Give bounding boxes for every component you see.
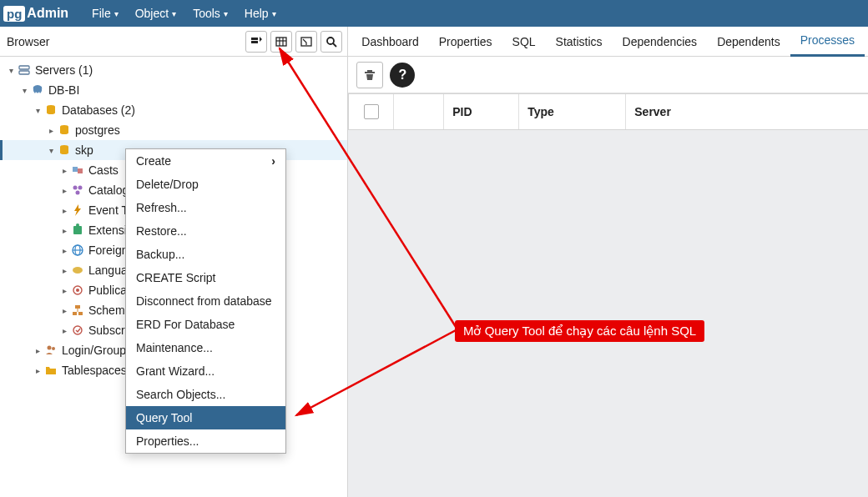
- col-server[interactable]: Server: [626, 94, 868, 129]
- globe-icon: [70, 243, 85, 258]
- casts-icon: [70, 163, 85, 178]
- ctx-label: Search Objects...: [136, 388, 225, 401]
- chevron-right-icon[interactable]: ▸: [60, 166, 68, 175]
- svg-line-6: [333, 43, 336, 47]
- ctx-label: CREATE Script: [136, 271, 215, 284]
- database-icon: [57, 143, 72, 158]
- svg-point-24: [76, 289, 79, 292]
- processes-empty: [348, 130, 868, 497]
- help-button[interactable]: ?: [390, 63, 415, 88]
- ctx-item-create[interactable]: Create›: [126, 149, 285, 173]
- tree-label: Tablespaces: [62, 364, 127, 377]
- svg-rect-26: [73, 312, 77, 315]
- col-type[interactable]: Type: [519, 94, 626, 129]
- tree-label: Casts: [88, 163, 119, 177]
- ctx-item-restore[interactable]: Restore...: [126, 219, 285, 243]
- chevron-right-icon[interactable]: ▸: [60, 286, 68, 295]
- tab-properties[interactable]: Properties: [429, 27, 502, 57]
- tree-label: Servers (1): [35, 63, 93, 77]
- ctx-item-maintenance[interactable]: Maintenance...: [126, 336, 285, 359]
- delete-button[interactable]: [356, 62, 383, 88]
- ctx-item-search-objects[interactable]: Search Objects...: [126, 383, 285, 406]
- ctx-item-erd-for-database[interactable]: ERD For Database: [126, 313, 285, 336]
- tab-processes[interactable]: Processes: [790, 27, 865, 57]
- ctx-item-refresh[interactable]: Refresh...: [126, 196, 285, 219]
- context-menu: Create›Delete/DropRefresh...Restore...Ba…: [125, 148, 286, 454]
- chevron-right-icon[interactable]: ▸: [60, 326, 68, 335]
- ctx-item-query-tool[interactable]: Query Tool: [126, 406, 285, 429]
- servers-icon: [17, 63, 32, 78]
- chevron-right-icon[interactable]: ▸: [60, 186, 68, 195]
- tree-label: postgres: [75, 123, 120, 137]
- svg-point-31: [52, 347, 55, 350]
- chevron-down-icon: ▾: [114, 9, 119, 18]
- ctx-item-create-script[interactable]: CREATE Script: [126, 266, 285, 289]
- tab-dependents[interactable]: Dependents: [707, 27, 790, 57]
- filter-rows-icon-button[interactable]: [295, 31, 317, 53]
- tab-dashboard[interactable]: Dashboard: [351, 27, 429, 57]
- tree-label: Databases (2): [62, 103, 135, 117]
- tree-db-bi[interactable]: ▾ DB-BI: [0, 80, 347, 100]
- chevron-down-icon: ▾: [224, 9, 228, 18]
- ctx-item-delete-drop[interactable]: Delete/Drop: [126, 173, 285, 196]
- chevron-right-icon[interactable]: ▸: [33, 366, 42, 375]
- chevron-down-icon[interactable]: ▾: [47, 146, 55, 155]
- tree-databases[interactable]: ▾ Databases (2): [0, 100, 347, 120]
- chevron-down-icon[interactable]: ▾: [20, 86, 28, 95]
- menu-tools[interactable]: Tools▾: [184, 7, 236, 20]
- ctx-label: Disconnect from database: [136, 294, 272, 308]
- svg-point-16: [76, 191, 80, 195]
- menu-file[interactable]: File▾: [83, 7, 127, 20]
- ctx-label: Restore...: [136, 224, 187, 238]
- schema-icon: [70, 303, 85, 318]
- svg-rect-12: [73, 167, 78, 172]
- svg-point-14: [73, 186, 78, 190]
- chevron-right-icon[interactable]: ▸: [33, 346, 42, 355]
- search-objects-icon-button[interactable]: [320, 31, 342, 53]
- ctx-item-properties[interactable]: Properties...: [126, 429, 285, 453]
- tab-sql[interactable]: SQL: [502, 27, 546, 57]
- tree-postgres[interactable]: ▸ postgres: [0, 120, 347, 140]
- select-all-checkbox[interactable]: [364, 104, 379, 119]
- folder-icon: [43, 363, 58, 378]
- menu-object[interactable]: Object▾: [127, 7, 184, 20]
- chevron-right-icon[interactable]: ▸: [60, 266, 68, 275]
- chevron-right-icon[interactable]: ▸: [60, 246, 68, 255]
- ctx-item-grant-wizard[interactable]: Grant Wizard...: [126, 359, 285, 383]
- tree-servers[interactable]: ▾ Servers (1): [0, 60, 347, 80]
- svg-rect-7: [19, 66, 29, 69]
- col-pid[interactable]: PID: [444, 94, 519, 129]
- catalogs-icon: [70, 183, 85, 198]
- chevron-right-icon[interactable]: ▸: [60, 226, 68, 235]
- tab-statistics[interactable]: Statistics: [546, 27, 613, 57]
- tab-dependencies[interactable]: Dependencies: [613, 27, 708, 57]
- database-icon: [43, 103, 58, 118]
- browser-title: Browser: [7, 35, 49, 48]
- chevron-down-icon: ▾: [172, 9, 176, 18]
- ctx-label: Grant Wizard...: [136, 364, 214, 378]
- chevron-right-icon[interactable]: ▸: [60, 206, 68, 215]
- processes-toolbar: ?: [348, 57, 868, 93]
- table-header: PID Type Server: [348, 93, 868, 130]
- view-data-icon-button[interactable]: [270, 31, 292, 53]
- svg-point-22: [73, 267, 83, 274]
- ctx-label: Properties...: [136, 434, 199, 448]
- svg-point-15: [78, 186, 83, 190]
- svg-rect-17: [73, 226, 82, 234]
- ctx-label: Maintenance...: [136, 341, 213, 354]
- chevron-right-icon[interactable]: ▸: [47, 126, 55, 135]
- ctx-item-disconnect-from-database[interactable]: Disconnect from database: [126, 289, 285, 313]
- users-icon: [43, 343, 58, 358]
- puzzle-icon: [70, 223, 85, 238]
- ctx-item-backup[interactable]: Backup...: [126, 243, 285, 266]
- chevron-down-icon[interactable]: ▾: [33, 106, 42, 115]
- publications-icon: [70, 283, 85, 298]
- annotation-callout: Mở Query Tool để chạy các câu lệnh SQL: [455, 320, 704, 342]
- elephant-icon: [30, 83, 45, 98]
- query-tool-icon-button[interactable]: [245, 31, 267, 53]
- svg-rect-0: [276, 38, 286, 46]
- logo-text: Admin: [27, 6, 68, 21]
- chevron-right-icon[interactable]: ▸: [60, 306, 68, 315]
- chevron-down-icon[interactable]: ▾: [7, 66, 15, 75]
- menu-help[interactable]: Help▾: [236, 7, 285, 20]
